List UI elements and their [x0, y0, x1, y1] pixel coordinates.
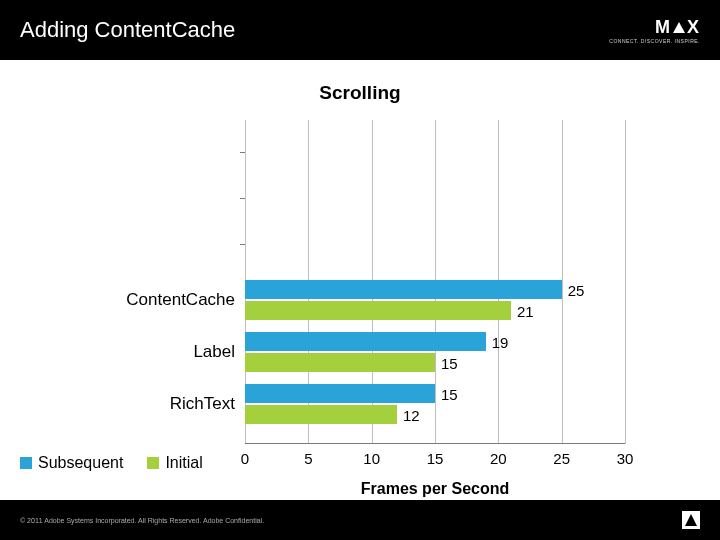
legend-label: Initial [165, 454, 202, 472]
footer: © 2011 Adobe Systems Incorporated. All R… [0, 500, 720, 540]
chart-title: Scrolling [0, 82, 720, 104]
x-tick-label: 15 [427, 450, 444, 467]
x-tick-label: 30 [617, 450, 634, 467]
brand-logo: MX CONNECT. DISCOVER. INSPIRE. [609, 17, 700, 44]
legend: Subsequent Initial [20, 454, 203, 472]
legend-swatch-icon [147, 457, 159, 469]
bar-value: 19 [492, 333, 509, 350]
plot-area: 0 5 10 15 20 25 30 Frames per Second Con… [245, 120, 625, 444]
x-tick-label: 20 [490, 450, 507, 467]
y-tick [240, 198, 245, 199]
category-label: RichText [170, 394, 235, 414]
legend-label: Subsequent [38, 454, 123, 472]
chart: Scrolling 0 5 10 15 20 25 30 Frames per … [0, 60, 720, 500]
bar-value: 15 [441, 354, 458, 371]
brand-main: MX [655, 17, 700, 38]
bar-subsequent: 15 [245, 384, 435, 403]
bar-value: 15 [441, 385, 458, 402]
copyright: © 2011 Adobe Systems Incorporated. All R… [20, 517, 264, 524]
category-label: ContentCache [126, 290, 235, 310]
y-tick [240, 244, 245, 245]
brand-a-icon [673, 22, 685, 33]
bar-initial: 21 [245, 301, 511, 320]
grid-line [562, 120, 563, 444]
bar-subsequent: 25 [245, 280, 562, 299]
legend-swatch-icon [20, 457, 32, 469]
x-axis-title: Frames per Second [245, 480, 625, 498]
legend-item-initial: Initial [147, 454, 202, 472]
x-tick-label: 5 [304, 450, 312, 467]
bar-subsequent: 19 [245, 332, 486, 351]
slide-title: Adding ContentCache [20, 17, 235, 43]
x-axis [245, 443, 625, 444]
legend-item-subsequent: Subsequent [20, 454, 123, 472]
header: Adding ContentCache MX CONNECT. DISCOVER… [0, 0, 720, 60]
category-label: Label [193, 342, 235, 362]
adobe-logo-icon [682, 511, 700, 529]
bar-value: 25 [568, 281, 585, 298]
bar-initial: 12 [245, 405, 397, 424]
y-tick [240, 152, 245, 153]
grid-line [625, 120, 626, 444]
x-tick-label: 25 [553, 450, 570, 467]
bar-value: 21 [517, 302, 534, 319]
x-tick-label: 10 [363, 450, 380, 467]
bar-initial: 15 [245, 353, 435, 372]
x-tick-label: 0 [241, 450, 249, 467]
brand-subtitle: CONNECT. DISCOVER. INSPIRE. [609, 38, 700, 44]
bar-value: 12 [403, 406, 420, 423]
